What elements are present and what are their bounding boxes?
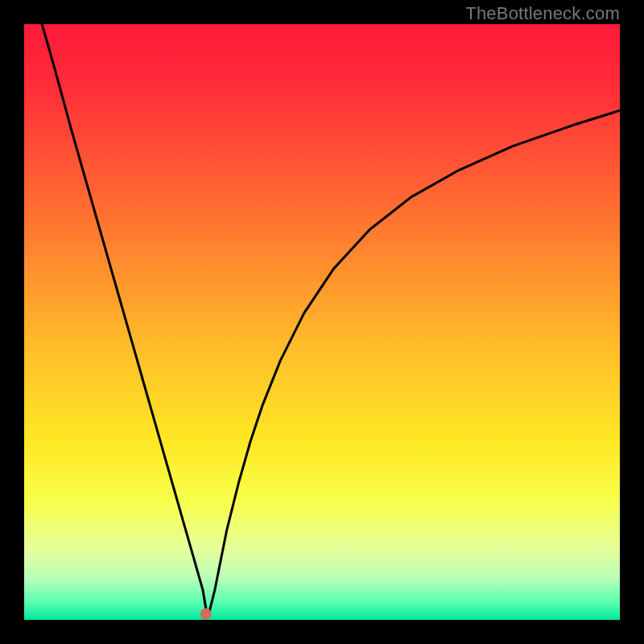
plot-area <box>24 24 620 620</box>
watermark-text: TheBottleneck.com <box>465 3 620 24</box>
optimum-marker <box>200 609 212 620</box>
bottleneck-curve <box>42 24 620 614</box>
curve-layer <box>24 24 620 620</box>
chart-frame: TheBottleneck.com <box>0 0 644 644</box>
